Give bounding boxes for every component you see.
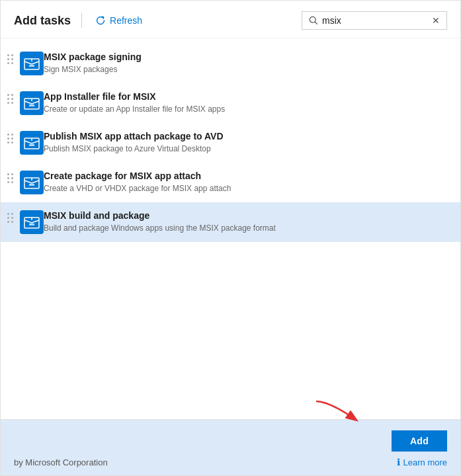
task-item[interactable]: App Installer file for MSIX Create or up… — [1, 83, 460, 123]
refresh-label: Refresh — [110, 15, 142, 26]
task-content: MSIX package signing Sign MSIX packages — [44, 52, 450, 75]
task-desc: Sign MSIX packages — [44, 64, 450, 75]
svg-rect-21 — [29, 223, 34, 225]
svg-line-1 — [315, 22, 317, 24]
task-item[interactable]: MSIX package signing Sign MSIX packages — [1, 44, 460, 83]
task-item[interactable]: MSIX build and package Build and package… — [1, 202, 460, 242]
task-name: Create package for MSIX app attach — [44, 171, 450, 181]
header-divider — [81, 13, 82, 28]
svg-rect-2 — [20, 52, 44, 75]
svg-rect-17 — [29, 184, 34, 186]
search-clear-button[interactable]: ✕ — [432, 16, 440, 25]
footer-meta: by Microsoft Corporation ℹ Learn more — [14, 452, 447, 467]
drag-handle — [7, 171, 13, 183]
task-icon — [20, 131, 44, 155]
task-icon — [20, 210, 44, 234]
svg-rect-18 — [20, 210, 44, 234]
add-button[interactable]: Add — [392, 430, 447, 452]
search-input[interactable] — [322, 15, 428, 26]
task-item[interactable]: Create package for MSIX app attach Creat… — [1, 163, 460, 202]
task-name: Publish MSIX app attach package to AVD — [44, 131, 450, 141]
drag-handle — [7, 131, 13, 143]
page-title: Add tasks — [14, 14, 71, 28]
publisher-label: by Microsoft Corporation — [14, 457, 108, 467]
task-desc: Build and package Windows apps using the… — [44, 223, 450, 234]
svg-rect-5 — [29, 65, 34, 67]
info-icon: ℹ — [397, 457, 400, 467]
task-desc: Publish MSIX package to Azure Virtual De… — [44, 143, 450, 155]
task-desc: Create or update an App Installer file f… — [44, 104, 450, 115]
task-content: MSIX build and package Build and package… — [44, 210, 450, 234]
footer-bar: Add by Microsoft Corporation ℹ Learn mor… — [1, 419, 460, 475]
refresh-icon — [95, 15, 106, 26]
learn-more-button[interactable]: ℹ Learn more — [397, 457, 447, 467]
header-left: Add tasks Refresh — [14, 13, 146, 28]
task-desc: Create a VHD or VHDX package for MSIX ap… — [44, 183, 450, 194]
task-name: MSIX package signing — [44, 52, 450, 62]
drag-handle — [7, 210, 13, 223]
add-tasks-panel: Add tasks Refresh ✕ — [0, 0, 461, 476]
task-content: Create package for MSIX app attach Creat… — [44, 171, 450, 194]
task-content: Publish MSIX app attach package to AVD P… — [44, 131, 450, 155]
search-icon — [309, 16, 318, 25]
task-icon — [20, 52, 44, 75]
svg-rect-13 — [29, 144, 34, 146]
header: Add tasks Refresh ✕ — [1, 1, 460, 38]
refresh-button[interactable]: Refresh — [91, 13, 146, 28]
task-list: MSIX package signing Sign MSIX packages … — [1, 38, 460, 419]
search-box[interactable]: ✕ — [302, 11, 447, 30]
learn-more-label: Learn more — [403, 457, 447, 467]
svg-rect-14 — [20, 171, 44, 194]
task-name: App Installer file for MSIX — [44, 91, 450, 102]
task-icon — [20, 171, 44, 194]
svg-rect-10 — [20, 131, 44, 155]
task-item[interactable]: Publish MSIX app attach package to AVD P… — [1, 123, 460, 163]
task-name: MSIX build and package — [44, 210, 450, 221]
drag-handle — [7, 52, 13, 64]
svg-rect-6 — [20, 91, 44, 115]
svg-rect-9 — [29, 104, 34, 106]
task-icon — [20, 91, 44, 115]
task-content: App Installer file for MSIX Create or up… — [44, 91, 450, 115]
drag-handle — [7, 91, 13, 104]
add-btn-container: Add — [14, 426, 447, 452]
